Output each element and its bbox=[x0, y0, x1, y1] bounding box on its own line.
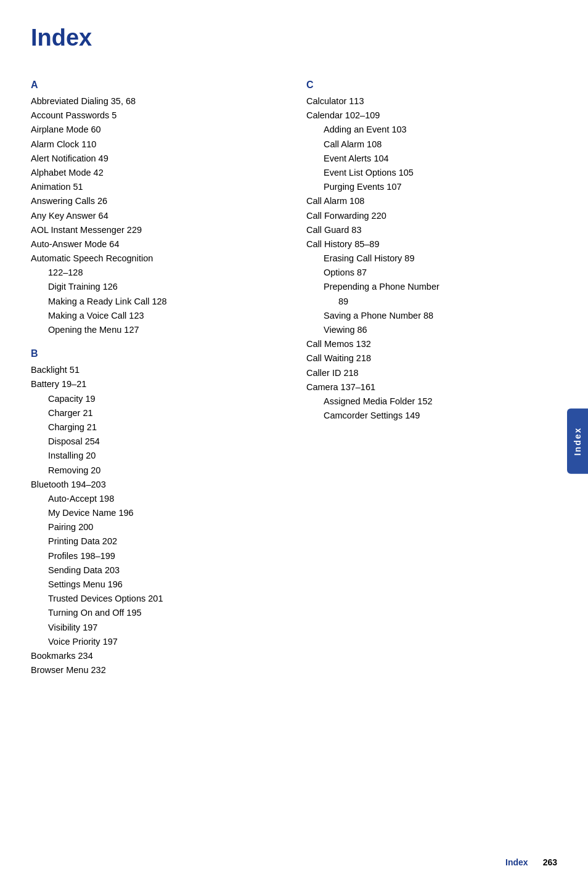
section-a-entry-13: 122–128 bbox=[31, 266, 282, 280]
index-side-tab: Index bbox=[567, 408, 588, 474]
left-column: A Abbreviated Dialing 35, 68 Account Pas… bbox=[31, 68, 300, 845]
section-c-entry-3: Adding an Event 103 bbox=[306, 123, 557, 137]
section-b-entry-8: Removing 20 bbox=[31, 463, 282, 478]
page-footer: Index 263 bbox=[505, 857, 557, 867]
footer-page-number: 263 bbox=[543, 857, 557, 867]
section-c-entry-20: Caller ID 218 bbox=[306, 366, 557, 380]
right-column: C Calculator 113 Calendar 102–109 Adding… bbox=[300, 68, 557, 845]
section-c-entry-5: Event Alerts 104 bbox=[306, 152, 557, 166]
section-b-entry-9: Bluetooth 194–203 bbox=[31, 478, 282, 492]
section-c-entry-4: Call Alarm 108 bbox=[306, 137, 557, 152]
content-columns: A Abbreviated Dialing 35, 68 Account Pas… bbox=[31, 68, 557, 845]
section-c-entry-6: Event List Options 105 bbox=[306, 166, 557, 180]
section-c-entry-14: Prepending a Phone Number bbox=[306, 280, 557, 294]
section-c-entry-15: 89 bbox=[306, 295, 557, 309]
page: Index A Abbreviated Dialing 35, 68 Accou… bbox=[0, 0, 588, 882]
section-b-entry-4: Charger 21 bbox=[31, 406, 282, 420]
section-c-entry-16: Saving a Phone Number 88 bbox=[306, 309, 557, 323]
section-b-entry-17: Trusted Devices Options 201 bbox=[31, 592, 282, 606]
section-c-entry-7: Purging Events 107 bbox=[306, 180, 557, 194]
section-a-letter: A bbox=[31, 80, 282, 91]
footer-label: Index bbox=[505, 857, 528, 867]
section-a-entry-3: Airplane Mode 60 bbox=[31, 123, 282, 137]
section-b-entry-5: Charging 21 bbox=[31, 420, 282, 435]
section-a-entry-16: Making a Voice Call 123 bbox=[31, 309, 282, 323]
section-c-entry-10: Call Guard 83 bbox=[306, 223, 557, 237]
section-c-entry-2: Calendar 102–109 bbox=[306, 108, 557, 123]
section-a-entry-14: Digit Training 126 bbox=[31, 280, 282, 294]
section-c-entry-21: Camera 137–161 bbox=[306, 380, 557, 394]
section-b-entry-6: Disposal 254 bbox=[31, 435, 282, 449]
page-title: Index bbox=[31, 25, 557, 51]
section-b-letter: B bbox=[31, 348, 282, 359]
section-c-entry-13: Options 87 bbox=[306, 266, 557, 280]
section-a-entry-12: Automatic Speech Recognition bbox=[31, 251, 282, 266]
section-a-entry-10: AOL Instant Messenger 229 bbox=[31, 223, 282, 237]
section-c-entry-11: Call History 85–89 bbox=[306, 237, 557, 251]
section-c-entry-18: Call Memos 132 bbox=[306, 337, 557, 351]
section-c-entry-19: Call Waiting 218 bbox=[306, 351, 557, 365]
side-tab-label: Index bbox=[573, 427, 582, 455]
section-b-entry-3: Capacity 19 bbox=[31, 392, 282, 406]
section-c-entry-8: Call Alarm 108 bbox=[306, 194, 557, 208]
section-b-entry-13: Printing Data 202 bbox=[31, 534, 282, 549]
section-a-entry-4: Alarm Clock 110 bbox=[31, 137, 282, 152]
section-b-entry-19: Visibility 197 bbox=[31, 621, 282, 635]
section-b-entry-7: Installing 20 bbox=[31, 449, 282, 463]
section-c-entry-17: Viewing 86 bbox=[306, 323, 557, 337]
section-a-entry-11: Auto-Answer Mode 64 bbox=[31, 237, 282, 251]
section-b-entry-10: Auto-Accept 198 bbox=[31, 492, 282, 506]
section-c-entry-1: Calculator 113 bbox=[306, 94, 557, 108]
section-c-entry-9: Call Forwarding 220 bbox=[306, 209, 557, 223]
section-a-entry-15: Making a Ready Link Call 128 bbox=[31, 295, 282, 309]
section-a-entry-17: Opening the Menu 127 bbox=[31, 323, 282, 337]
section-b-entry-20: Voice Priority 197 bbox=[31, 635, 282, 649]
section-a-entry-8: Answering Calls 26 bbox=[31, 194, 282, 208]
section-b-entry-14: Profiles 198–199 bbox=[31, 549, 282, 563]
section-b-entry-15: Sending Data 203 bbox=[31, 563, 282, 578]
section-b-entry-21: Bookmarks 234 bbox=[31, 649, 282, 663]
section-b-entry-1: Backlight 51 bbox=[31, 363, 282, 377]
section-b-entry-16: Settings Menu 196 bbox=[31, 578, 282, 592]
section-b-entry-12: Pairing 200 bbox=[31, 520, 282, 534]
section-a-entry-9: Any Key Answer 64 bbox=[31, 209, 282, 223]
section-c-letter: C bbox=[306, 80, 557, 91]
section-b-entry-2: Battery 19–21 bbox=[31, 377, 282, 391]
section-a-entry-1: Abbreviated Dialing 35, 68 bbox=[31, 94, 282, 108]
section-a-entry-6: Alphabet Mode 42 bbox=[31, 166, 282, 180]
section-c-entry-22: Assigned Media Folder 152 bbox=[306, 394, 557, 409]
section-b-entry-11: My Device Name 196 bbox=[31, 506, 282, 520]
section-a-entry-5: Alert Notification 49 bbox=[31, 152, 282, 166]
section-c-entry-12: Erasing Call History 89 bbox=[306, 251, 557, 266]
section-a-entry-2: Account Passwords 5 bbox=[31, 108, 282, 123]
section-b-entry-22: Browser Menu 232 bbox=[31, 663, 282, 677]
section-b-entry-18: Turning On and Off 195 bbox=[31, 606, 282, 620]
section-a-entry-7: Animation 51 bbox=[31, 180, 282, 194]
section-c-entry-23: Camcorder Settings 149 bbox=[306, 409, 557, 423]
